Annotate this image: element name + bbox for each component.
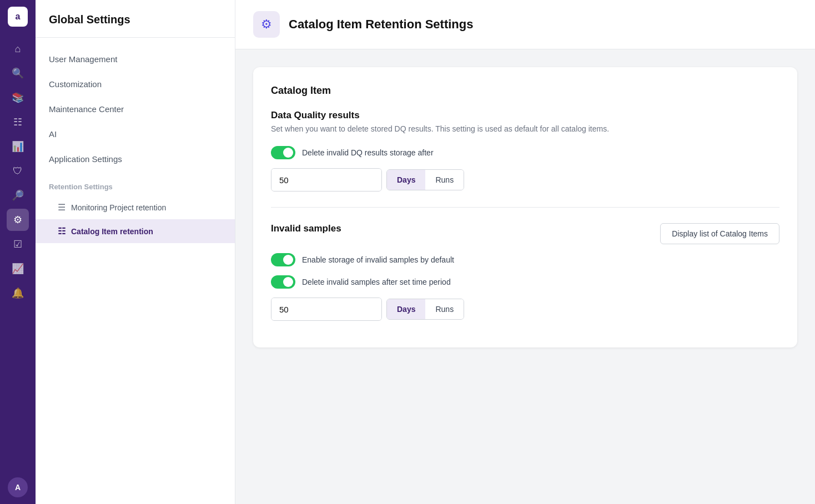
- nav-item-application-settings[interactable]: Application Settings: [36, 147, 235, 172]
- main-header: ⚙ Catalog Item Retention Settings: [235, 0, 815, 49]
- invalid-toggle2-row: Delete invalid samples after set time pe…: [271, 275, 779, 289]
- invalid-toggle2-slider[interactable]: [271, 275, 295, 289]
- nav-item-catalog-item-retention[interactable]: ☷ Catalog Item retention: [36, 219, 235, 243]
- header-icon: ⚙: [253, 11, 280, 38]
- invalid-toggle2[interactable]: [271, 275, 295, 289]
- shield-icon[interactable]: 🛡: [7, 160, 29, 182]
- app-logo[interactable]: a: [8, 7, 28, 27]
- invalid-toggle1-row: Enable storage of invalid samples by def…: [271, 253, 779, 266]
- nav-item-user-management[interactable]: User Management: [36, 47, 235, 72]
- book-icon[interactable]: 📚: [7, 87, 29, 109]
- dq-number-input[interactable]: [271, 169, 382, 191]
- retention-section-title: Retention Settings: [36, 172, 235, 195]
- nav-item-customization[interactable]: Customization: [36, 72, 235, 97]
- main-body: Catalog Item Data Quality results Set wh…: [235, 49, 815, 504]
- settings-card: Catalog Item Data Quality results Set wh…: [253, 67, 797, 347]
- monitoring-retention-label: Monitoring Project retention: [71, 203, 166, 212]
- invalid-toggle1-slider[interactable]: [271, 253, 295, 266]
- display-catalog-items-button[interactable]: Display list of Catalog Items: [660, 223, 779, 244]
- invalid-toggle1-label: Enable storage of invalid samples by def…: [302, 255, 454, 264]
- gear-icon: ⚙: [261, 17, 272, 32]
- nav-item-ai[interactable]: AI: [36, 122, 235, 147]
- main-content: ⚙ Catalog Item Retention Settings Catalo…: [235, 0, 815, 504]
- invalid-number-input[interactable]: [271, 298, 382, 320]
- table-icon: ☰: [58, 202, 66, 213]
- dq-toggle-slider[interactable]: [271, 146, 295, 159]
- catalog-retention-label: Catalog Item retention: [71, 227, 153, 236]
- settings-icon[interactable]: ⚙: [7, 209, 29, 231]
- page-title: Catalog Item Retention Settings: [289, 17, 473, 32]
- bell-icon[interactable]: 🔔: [7, 282, 29, 304]
- invalid-samples-row: Invalid samples Display list of Catalog …: [271, 223, 779, 244]
- invalid-number-row: ▲ ▼ Days Runs: [271, 298, 779, 321]
- dq-section-heading: Data Quality results: [271, 110, 779, 121]
- icon-sidebar: a ⌂ 🔍 📚 ☷ 📊 🛡 🔎 ⚙ ☑ 📈 🔔 A: [0, 0, 36, 504]
- search-icon[interactable]: 🔍: [7, 62, 29, 84]
- catalog-item-heading: Catalog Item: [271, 85, 779, 97]
- dq-unit-toggle: Days Runs: [386, 169, 464, 190]
- invalid-samples-heading: Invalid samples: [271, 223, 660, 234]
- invalid-unit-runs-btn[interactable]: Runs: [425, 299, 464, 319]
- dq-toggle-label: Delete invalid DQ results storage after: [302, 148, 434, 157]
- invalid-toggle1[interactable]: [271, 253, 295, 266]
- invalid-samples-left: Invalid samples: [271, 223, 660, 236]
- dq-unit-runs-btn[interactable]: Runs: [425, 170, 464, 190]
- dq-unit-days-btn[interactable]: Days: [387, 170, 425, 190]
- layers-icon[interactable]: ☷: [7, 111, 29, 133]
- dq-number-input-wrapper: ▲ ▼: [271, 168, 382, 191]
- user-avatar[interactable]: A: [8, 477, 28, 497]
- dq-toggle[interactable]: [271, 146, 295, 159]
- invalid-unit-days-btn[interactable]: Days: [387, 299, 425, 319]
- left-nav-title: Global Settings: [36, 0, 235, 38]
- dq-section-sub: Set when you want to delete stored DQ re…: [271, 123, 779, 135]
- left-nav-panel: Global Settings User Management Customiz…: [36, 0, 235, 504]
- search-alt-icon[interactable]: 🔎: [7, 184, 29, 206]
- invalid-unit-toggle: Days Runs: [386, 299, 464, 320]
- check-icon[interactable]: ☑: [7, 233, 29, 255]
- chart-icon[interactable]: 📊: [7, 135, 29, 158]
- nav-item-monitoring-project-retention[interactable]: ☰ Monitoring Project retention: [36, 195, 235, 219]
- dq-number-row: ▲ ▼ Days Runs: [271, 168, 779, 191]
- invalid-toggle2-label: Delete invalid samples after set time pe…: [302, 278, 451, 286]
- monitor-icon[interactable]: 📈: [7, 258, 29, 280]
- section-divider: [271, 207, 779, 208]
- invalid-number-input-wrapper: ▲ ▼: [271, 298, 382, 321]
- nav-item-maintenance-center[interactable]: Maintenance Center: [36, 97, 235, 122]
- home-icon[interactable]: ⌂: [7, 38, 29, 60]
- catalog-icon: ☷: [58, 226, 66, 236]
- dq-toggle-row: Delete invalid DQ results storage after: [271, 146, 779, 159]
